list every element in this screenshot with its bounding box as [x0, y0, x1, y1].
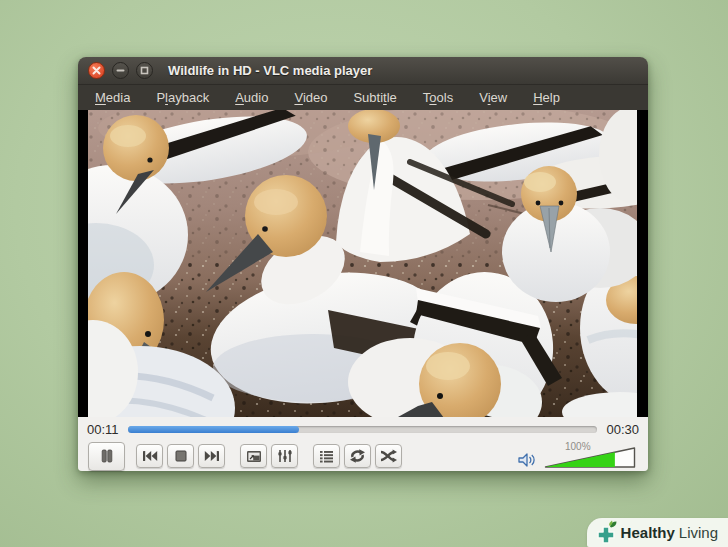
vlc-window: Wildlife in HD - VLC media player Media … — [78, 57, 648, 471]
label-pre: P — [156, 90, 165, 105]
label-key: A — [235, 90, 244, 105]
next-icon — [204, 450, 220, 462]
label-post: edia — [106, 90, 131, 105]
minimize-button[interactable] — [112, 62, 129, 79]
loop-icon — [349, 449, 366, 463]
playlist-button[interactable] — [313, 444, 340, 468]
watermark-healthy-living: Healthy Living — [587, 518, 728, 547]
label-pre: V — [479, 90, 487, 105]
minimize-icon — [116, 66, 125, 75]
volume-control: 100% — [517, 443, 638, 469]
previous-button[interactable] — [136, 444, 163, 468]
menubar: Media Playback Audio Video Subtitle Tool… — [78, 85, 648, 110]
menu-video[interactable]: Video — [281, 87, 340, 108]
shuffle-button[interactable] — [375, 444, 402, 468]
seek-slider[interactable] — [128, 426, 598, 433]
stop-icon — [174, 449, 188, 463]
menu-view[interactable]: View — [466, 87, 520, 108]
volume-fill — [546, 452, 615, 467]
window-title: Wildlife in HD - VLC media player — [168, 63, 372, 78]
video-scene-gannet-colony — [88, 110, 637, 417]
maximize-icon — [140, 66, 149, 75]
menu-media[interactable]: Media — [82, 87, 143, 108]
pause-icon — [99, 448, 115, 464]
menu-tools[interactable]: Tools — [410, 87, 466, 108]
medical-cross-leaf-icon — [594, 520, 618, 546]
volume-slider[interactable]: 100% — [543, 443, 638, 469]
label-post: ew — [491, 90, 508, 105]
fullscreen-button[interactable] — [240, 444, 267, 468]
menu-help[interactable]: Help — [520, 87, 573, 108]
total-time: 00:30 — [606, 422, 639, 437]
watermark-bold-text: Healthy — [621, 524, 675, 541]
close-button[interactable] — [88, 62, 105, 79]
playlist-icon — [319, 450, 334, 463]
label-post: le — [387, 90, 397, 105]
equalizer-sliders-icon — [277, 449, 293, 463]
label-key: M — [95, 90, 106, 105]
stop-button[interactable] — [167, 444, 194, 468]
controls-row: 100% — [78, 441, 648, 471]
speaker-icon[interactable] — [517, 452, 537, 468]
label-post: ayback — [168, 90, 209, 105]
shuffle-icon — [380, 449, 397, 463]
menu-audio[interactable]: Audio — [222, 87, 281, 108]
next-button[interactable] — [198, 444, 225, 468]
pause-button[interactable] — [88, 442, 125, 471]
menu-playback[interactable]: Playback — [143, 87, 222, 108]
loop-button[interactable] — [344, 444, 371, 468]
label-key: o — [429, 90, 436, 105]
label-pre: Subti — [353, 90, 383, 105]
maximize-button[interactable] — [136, 62, 153, 79]
menu-subtitle[interactable]: Subtitle — [340, 87, 409, 108]
titlebar[interactable]: Wildlife in HD - VLC media player — [78, 57, 648, 85]
elapsed-time: 00:11 — [87, 422, 119, 437]
label-key: V — [294, 90, 302, 105]
close-icon — [92, 66, 101, 75]
watermark-regular-text: Living — [679, 524, 718, 541]
seek-row: 00:11 00:30 — [78, 417, 648, 441]
video-frame[interactable] — [78, 110, 648, 417]
fullscreen-icon — [246, 450, 262, 463]
label-post: udio — [244, 90, 269, 105]
label-post: ideo — [303, 90, 328, 105]
label-key: H — [533, 90, 542, 105]
label-post: ols — [437, 90, 454, 105]
extended-settings-button[interactable] — [271, 444, 298, 468]
previous-icon — [142, 450, 158, 462]
seek-progress-fill — [128, 426, 300, 433]
volume-triangle — [543, 445, 638, 469]
label-post: elp — [543, 90, 560, 105]
